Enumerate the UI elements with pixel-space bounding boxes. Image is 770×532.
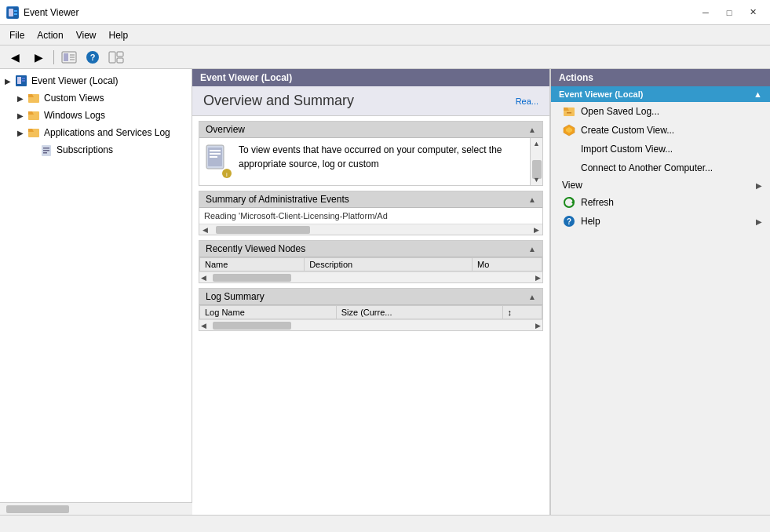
recently-viewed-hscroll-thumb — [213, 274, 291, 282]
log-summary-header[interactable]: Log Summary ▲ — [199, 289, 542, 305]
action-connect-computer[interactable]: Connect to Another Computer... — [551, 159, 770, 177]
import-custom-view-icon — [562, 142, 576, 156]
recently-viewed-hscroll[interactable]: ◀ ▶ — [199, 271, 542, 282]
help-submenu-arrow: ▶ — [756, 217, 762, 226]
open-saved-log-icon — [562, 104, 576, 118]
sidebar-hscroll[interactable] — [0, 502, 192, 515]
action-import-custom-view[interactable]: Import Custom View... — [551, 140, 770, 159]
svg-text:i: i — [226, 171, 228, 178]
action-open-saved-log-label: Open Saved Log... — [581, 106, 659, 117]
menu-help[interactable]: Help — [103, 27, 135, 43]
expand-icon-custom: ▶ — [14, 94, 27, 103]
toolbar-separator-1 — [53, 50, 54, 64]
properties-button[interactable] — [106, 49, 126, 66]
svg-rect-1 — [9, 9, 13, 16]
log-summary-title: Log Summary — [206, 291, 265, 302]
svg-rect-26 — [43, 150, 49, 151]
help-toolbar-button[interactable]: ? — [82, 49, 103, 66]
actions-panel: Actions Event Viewer (Local) ▲ Open Save… — [550, 69, 770, 515]
recently-viewed-header[interactable]: Recently Viewed Nodes ▲ — [199, 241, 542, 257]
recently-viewed-content: Name Description Mo — [199, 257, 542, 271]
minimize-button[interactable]: ─ — [695, 5, 717, 20]
admin-hscroll[interactable]: ◀ ▶ — [199, 224, 542, 235]
svg-rect-5 — [64, 53, 68, 61]
svg-rect-37 — [567, 112, 571, 114]
close-button[interactable]: ✕ — [742, 5, 764, 20]
svg-rect-31 — [210, 153, 221, 155]
action-refresh[interactable]: Refresh — [551, 193, 770, 212]
svg-rect-2 — [14, 10, 17, 12]
svg-rect-27 — [43, 152, 47, 154]
content-area: Event Viewer (Local) Overview and Summar… — [192, 69, 550, 515]
action-refresh-label: Refresh — [581, 197, 614, 208]
log-summary-section: Log Summary ▲ Log Name Size (Curre... ↕ — [199, 288, 543, 331]
action-create-custom-view[interactable]: Create Custom View... — [551, 121, 770, 140]
admin-events-header[interactable]: Summary of Administrative Events ▲ — [199, 191, 542, 208]
overview-text: To view events that have occurred on you… — [239, 143, 538, 171]
action-group-arrow: ▲ — [754, 89, 762, 99]
content-read-more[interactable]: Rea... — [516, 97, 538, 106]
col-description: Description — [305, 258, 473, 271]
action-open-saved-log[interactable]: Open Saved Log... — [551, 102, 770, 121]
col-mo: Mo — [473, 258, 542, 271]
action-view[interactable]: View ▶ — [551, 177, 770, 193]
col-name: Name — [200, 258, 305, 271]
sidebar-hscroll-thumb — [6, 505, 69, 513]
log-summary-collapse-btn[interactable]: ▲ — [528, 293, 536, 301]
forward-button[interactable]: ▶ — [28, 49, 49, 66]
title-bar: Event Viewer ─ □ ✕ — [0, 0, 770, 25]
sidebar-label-windows-logs: Windows Logs — [44, 110, 105, 121]
recently-viewed-collapse-btn[interactable]: ▲ — [528, 245, 536, 253]
sidebar-item-event-viewer-local[interactable]: ▶ Event Viewer (Local) — [0, 72, 192, 89]
overview-title: Overview — [206, 124, 245, 135]
expand-icon-windows-logs: ▶ — [14, 111, 27, 120]
content-title-bar: Overview and Summary Rea... — [192, 86, 549, 116]
admin-events-section: Summary of Administrative Events ▲ Readi… — [199, 191, 543, 235]
sidebar-item-windows-logs[interactable]: ▶ Windows Logs — [0, 107, 192, 124]
action-create-custom-view-label: Create Custom View... — [581, 125, 674, 136]
svg-rect-13 — [117, 58, 123, 63]
sidebar-item-subscriptions[interactable]: Subscriptions — [0, 141, 192, 159]
sidebar-item-app-services[interactable]: ▶ Applications and Services Log — [0, 124, 192, 141]
content-header: Event Viewer (Local) — [192, 69, 549, 86]
maximize-button[interactable]: □ — [718, 5, 740, 20]
expand-icon-app-services: ▶ — [14, 129, 27, 137]
refresh-icon — [562, 195, 576, 210]
custom-views-icon — [27, 91, 41, 105]
svg-rect-12 — [117, 52, 123, 56]
col-sort[interactable]: ↕ — [502, 306, 542, 319]
log-summary-hscroll-thumb — [213, 322, 291, 330]
back-button[interactable]: ◀ — [5, 49, 25, 66]
connect-computer-icon — [562, 161, 576, 175]
scope-button[interactable] — [59, 49, 79, 66]
title-text: Event Viewer — [24, 7, 78, 18]
svg-rect-3 — [14, 13, 17, 15]
action-help[interactable]: ? Help ▶ — [551, 212, 770, 231]
svg-text:?: ? — [567, 217, 571, 226]
overview-collapse-btn[interactable]: ▲ — [528, 126, 536, 134]
log-summary-content: Log Name Size (Curre... ↕ — [199, 305, 542, 319]
expand-icon: ▶ — [2, 77, 14, 86]
overview-icon: i — [204, 143, 232, 180]
action-group-label: Event Viewer (Local) — [559, 89, 643, 99]
action-group-title[interactable]: Event Viewer (Local) ▲ — [551, 86, 770, 102]
svg-rect-15 — [17, 77, 21, 84]
toolbar: ◀ ▶ ? — [0, 46, 770, 69]
svg-rect-25 — [43, 148, 49, 149]
menu-view[interactable]: View — [70, 27, 103, 43]
overview-section-header[interactable]: Overview ▲ — [199, 122, 542, 138]
log-summary-hscroll[interactable]: ◀ ▶ — [199, 319, 542, 330]
svg-marker-41 — [571, 200, 574, 205]
sidebar-item-custom-views[interactable]: ▶ Custom Views — [0, 89, 192, 107]
view-submenu-arrow: ▶ — [756, 181, 762, 190]
action-import-custom-view-label: Import Custom View... — [581, 144, 673, 155]
overview-scrollbar[interactable]: ▲ ▼ — [530, 138, 542, 185]
admin-reading-text: Reading 'Microsoft-Client-Licensing-Plat… — [204, 211, 538, 220]
admin-events-collapse-btn[interactable]: ▲ — [528, 195, 536, 204]
sidebar-label-event-viewer-local: Event Viewer (Local) — [31, 75, 119, 86]
menu-action[interactable]: Action — [31, 27, 69, 43]
recently-viewed-section: Recently Viewed Nodes ▲ Name Description… — [199, 240, 543, 283]
menu-file[interactable]: File — [3, 27, 31, 43]
action-view-label: View — [562, 180, 582, 191]
admin-hscroll-thumb — [216, 226, 310, 234]
